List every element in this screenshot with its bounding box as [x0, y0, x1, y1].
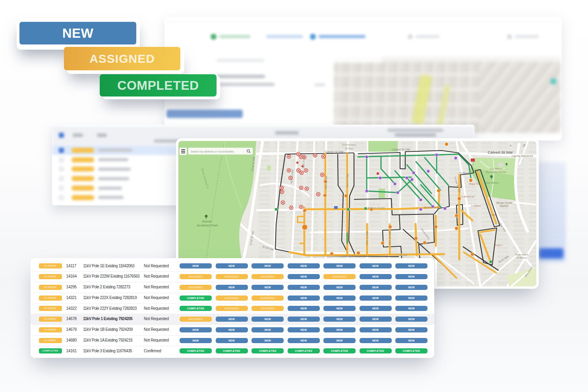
svg-text:Guy Mason: Guy Mason: [486, 182, 499, 184]
svg-text:38th St NW: 38th St NW: [388, 231, 391, 245]
svg-text:Archbold Park: Archbold Park: [197, 224, 219, 227]
svg-text:In Bocca al: In Bocca al: [461, 195, 474, 198]
svg-text:FedEx Off: FedEx Off: [460, 172, 471, 174]
svg-text:Glover-: Glover-: [202, 220, 213, 223]
svg-text:...d St NW: ...d St NW: [395, 254, 407, 257]
svg-text:Mingo's: Mingo's: [494, 244, 503, 246]
svg-text:▲: ▲: [509, 144, 512, 147]
svg-text:39th Pl NW: 39th Pl NW: [346, 174, 349, 188]
svg-text:Whole Foods: Whole Foods: [496, 201, 513, 204]
svg-text:Benton St NW: Benton St NW: [368, 207, 385, 209]
svg-text:Wide World: Wide World: [515, 253, 528, 256]
svg-text:Search by address or ncoordina: Search by address or ncoordinates: [191, 150, 234, 153]
svg-text:Clepatra: Clepatra: [471, 205, 481, 207]
svg-text:Calvert St NW: Calvert St NW: [325, 151, 344, 153]
svg-text:Maga Tea: Maga Tea: [469, 183, 480, 185]
svg-text:Market: Market: [500, 205, 508, 207]
svg-text:Capital Bikeshare: Capital Bikeshare: [512, 154, 534, 158]
svg-text:W St NW: W St NW: [342, 255, 353, 258]
svg-text:39th St NW: 39th St NW: [366, 231, 369, 245]
svg-text:Elementary: Elementary: [342, 143, 356, 147]
svg-text:40th St NW: 40th St NW: [324, 176, 327, 190]
svg-text:Calvert St NW: Calvert St NW: [392, 148, 410, 151]
svg-text:Asiko: Asiko: [491, 214, 497, 216]
svg-text:of Wines: of Wines: [517, 257, 527, 259]
svg-text:Guy Mason: Guy Mason: [490, 168, 503, 170]
svg-text:Calvert St NW: Calvert St NW: [488, 150, 513, 154]
svg-text:↺: ↺: [522, 143, 526, 147]
svg-text:Recreation Center: Recreation Center: [486, 171, 507, 173]
svg-text:School: School: [345, 147, 353, 150]
svg-text:Benton St NW: Benton St NW: [424, 206, 441, 209]
